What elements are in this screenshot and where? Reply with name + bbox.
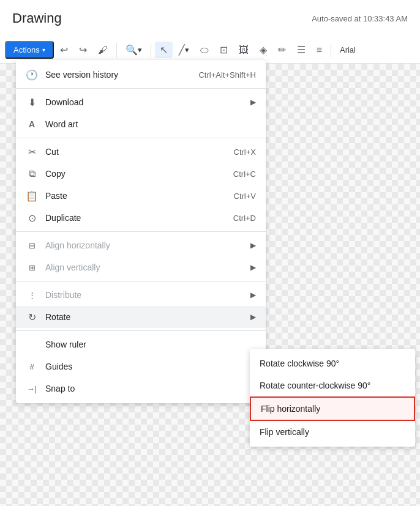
duplicate-label: Duplicate [45,213,81,223]
font-label: Arial [340,45,356,54]
rotate-icon: ↻ [26,311,38,323]
cut-icon: ✂ [26,146,38,158]
download-label: Download [45,97,83,107]
word-art-label: Word art [45,119,78,129]
paste-shortcut: Ctrl+V [234,192,256,201]
menu-item-duplicate[interactable]: ⊙ Duplicate Ctrl+D [16,207,266,229]
flip-v-label: Flip vertically [260,427,309,437]
select-button[interactable]: ↖ [155,42,173,58]
fill-button[interactable]: ◈ [255,42,272,58]
align-v-label: Align vertically [45,262,100,272]
select-icon: ↖ [160,44,168,56]
fill-icon: ◈ [260,44,267,56]
separator-3 [331,43,331,58]
redo-button[interactable]: ↪ [74,42,92,58]
rotate-ccw-label: Rotate counter-clockwise 90° [260,381,370,390]
align-h-arrow: ▶ [250,241,256,250]
align-v-arrow: ▶ [250,263,256,272]
line-button[interactable]: ╱ ▾ [174,42,194,58]
divider-2 [16,138,266,138]
redo-icon: ↪ [79,44,87,56]
rotate-label: Rotate [45,312,70,322]
zoom-button[interactable]: 🔍 ▾ [121,42,147,58]
menu-item-cut[interactable]: ✂ Cut Ctrl+X [16,141,266,163]
menu-item-align-h[interactable]: ⊟ Align horizontally ▶ [16,234,266,256]
actions-dropdown: 🕐 See version history Ctrl+Alt+Shift+H ⬇… [16,60,266,403]
menu-item-rotate[interactable]: ↻ Rotate ▶ [16,306,266,328]
submenu-item-flip-h[interactable]: Flip horizontally [250,396,415,421]
distribute-icon: ⋮ [26,289,38,301]
divider-3 [16,231,266,232]
shape-icon: ⬭ [200,45,209,56]
menu-item-distribute[interactable]: ⋮ Distribute ▶ [16,284,266,306]
actions-label: Actions [13,45,40,54]
undo-button[interactable]: ↩ [55,42,73,58]
align-h-label: Align horizontally [45,240,110,250]
line-icon: ╱ [179,44,185,56]
separator-1 [116,43,117,58]
menu-item-copy[interactable]: ⧉ Copy Ctrl+C [16,163,266,185]
menu-item-paste[interactable]: 📋 Paste Ctrl+V [16,185,266,207]
cut-label: Cut [45,147,59,157]
version-history-label: See version history [45,70,118,80]
copy-shortcut: Ctrl+C [233,169,256,179]
duplicate-icon: ⊙ [26,212,38,224]
divider-5 [16,330,266,331]
rotate-submenu: Rotate clockwise 90° Rotate counter-cloc… [250,349,415,447]
copy-label: Copy [45,169,66,179]
zoom-chevron: ▾ [138,45,142,54]
version-history-icon: 🕐 [26,69,38,81]
image-button[interactable]: 🖼 [234,42,253,58]
download-arrow: ▶ [250,98,256,106]
rotate-arrow: ▶ [250,313,256,321]
shape-button[interactable]: ⬭ [195,42,214,58]
menu-item-snap-to[interactable]: →| Snap to ▶ [16,378,266,400]
undo-icon: ↩ [60,44,68,56]
align-v-icon: ⊞ [26,261,38,273]
align-left-button[interactable]: ☰ [292,42,310,58]
submenu-item-flip-v[interactable]: Flip vertically [250,421,415,443]
paint-format-icon: 🖌 [98,45,108,56]
rotate-cw-label: Rotate clockwise 90° [260,359,339,368]
paste-label: Paste [45,191,67,201]
word-art-icon: A [26,118,38,130]
textbox-icon: ⊡ [220,44,228,56]
cut-shortcut: Ctrl+X [234,147,256,157]
align-h-icon: ⊟ [26,239,38,251]
divider-1 [16,88,266,89]
separator-2 [151,43,151,58]
menu-item-download[interactable]: ⬇ Download ▶ [16,91,266,113]
menu-item-show-ruler[interactable]: Show ruler [16,333,266,355]
textbox-button[interactable]: ⊡ [215,42,233,58]
submenu-item-rotate-ccw[interactable]: Rotate counter-clockwise 90° [250,374,415,396]
duplicate-shortcut: Ctrl+D [233,214,256,223]
font-button[interactable]: Arial [335,43,361,57]
flip-h-label: Flip horizontally [261,404,320,414]
actions-button[interactable]: Actions ▾ [5,41,54,59]
autosave-status: Auto-saved at 10:33:43 AM [312,14,408,23]
paste-icon: 📋 [26,190,38,202]
line-chevron: ▾ [185,45,189,54]
menu-item-version-history[interactable]: 🕐 See version history Ctrl+Alt+Shift+H [16,64,266,86]
actions-chevron: ▾ [42,47,45,53]
align-left-icon: ☰ [297,44,306,56]
ruler-icon [26,338,38,351]
paint-format-button[interactable]: 🖌 [93,42,113,58]
snap-to-label: Snap to [45,384,75,393]
pen-button[interactable]: ✏ [273,42,291,58]
guides-label: Guides [45,362,72,371]
title-bar: Drawing Auto-saved at 10:33:43 AM [0,0,420,37]
download-icon: ⬇ [26,96,38,108]
submenu-item-rotate-cw[interactable]: Rotate clockwise 90° [250,352,415,374]
menu-item-word-art[interactable]: A Word art [16,113,266,135]
show-ruler-label: Show ruler [45,340,86,349]
divider-4 [16,281,266,281]
menu-item-align-v[interactable]: ⊞ Align vertically ▶ [16,256,266,278]
image-icon: 🖼 [239,45,249,56]
align-right-icon: ≡ [317,45,322,56]
version-history-shortcut: Ctrl+Alt+Shift+H [198,70,256,80]
align-right-button[interactable]: ≡ [312,42,327,58]
distribute-label: Distribute [45,290,81,300]
menu-item-guides[interactable]: # Guides ▶ [16,355,266,378]
copy-icon: ⧉ [26,168,38,180]
